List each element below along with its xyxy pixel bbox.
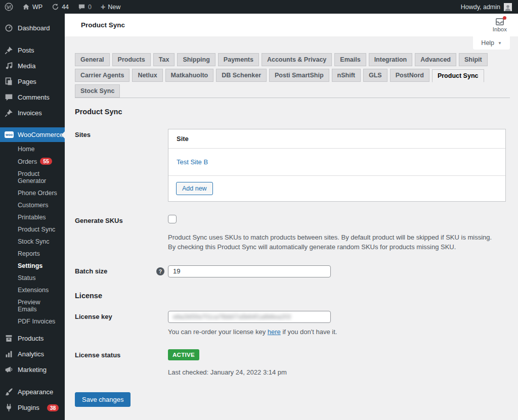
orders-count-badge: 55 (40, 158, 52, 165)
tab-general[interactable]: General (75, 53, 110, 66)
generate-skus-label: Generate SKUs (75, 215, 168, 252)
woocommerce-submenu: Home Orders55 Product Generator Phone Or… (0, 142, 65, 331)
sidebar-item-analytics[interactable]: Analytics (0, 346, 65, 362)
tab-gls[interactable]: GLS (363, 69, 387, 82)
help-tip-icon[interactable]: ? (156, 267, 164, 275)
sidebar-item-invoices[interactable]: Invoices (0, 105, 65, 121)
license-status-badge: ACTIVE (168, 349, 199, 360)
tab-matkahuolto[interactable]: Matkahuolto (165, 69, 214, 82)
batch-size-input[interactable] (168, 265, 331, 277)
sidebar-item-wc-preview-emails[interactable]: Preview Emails (0, 296, 65, 315)
sidebar-item-label: Posts (18, 46, 34, 54)
sidebar-item-pages[interactable]: Pages (0, 74, 65, 89)
license-section-title: License (75, 292, 510, 300)
activity-panel-inbox[interactable]: Inbox (493, 18, 507, 32)
tab-tax[interactable]: Tax (153, 53, 175, 66)
sidebar-item-plugins[interactable]: Plugins 38 (0, 400, 65, 415)
tab-product-sync[interactable]: Product Sync (432, 69, 484, 82)
tab-emails[interactable]: Emails (334, 53, 366, 66)
license-key-hint: You can re-order your license key here i… (168, 328, 498, 337)
sidebar-item-wc-extensions[interactable]: Extensions (0, 284, 65, 296)
site-link[interactable]: Test Site B (177, 158, 208, 166)
sites-table-header: Site (168, 129, 505, 149)
sidebar-item-media[interactable]: Media (0, 58, 65, 74)
megaphone-icon (5, 365, 13, 374)
sidebar-item-wc-product-generator[interactable]: Product Generator (0, 168, 65, 187)
reorder-license-link[interactable]: here (268, 328, 281, 336)
batch-size-label: Batch size (75, 265, 168, 277)
paintbrush-icon (5, 388, 13, 396)
sidebar-item-wc-printables[interactable]: Printables (0, 211, 65, 223)
tab-carrier-agents[interactable]: Carrier Agents (75, 69, 130, 82)
help-dropdown-button[interactable]: Help ▼ (473, 36, 510, 50)
tab-products[interactable]: Products (112, 53, 151, 66)
sidebar-item-wc-pdf-invoices[interactable]: PDF Invoices (0, 315, 65, 328)
comments-menu[interactable]: 0 (73, 0, 96, 14)
bar-chart-icon (5, 350, 13, 358)
tab-accounts-privacy[interactable]: Accounts & Privacy (262, 53, 332, 66)
wordpress-logo-icon (5, 3, 13, 11)
chevron-down-icon: ▼ (498, 41, 502, 45)
sidebar-item-dashboard[interactable]: Dashboard (0, 20, 65, 36)
sidebar-item-wc-settings[interactable]: Settings (0, 260, 65, 272)
media-icon (5, 62, 13, 70)
add-new-site-button[interactable]: Add new (176, 182, 213, 195)
sidebar-item-label: Pages (18, 78, 36, 85)
sidebar-item-snippets[interactable]: Snippets (0, 415, 65, 420)
license-key-input[interactable]: e8a2b55fa701ca76bb07a5b64f1a8b6ea203 (168, 311, 331, 323)
section-title: Product Sync (75, 108, 510, 116)
sidebar-item-wc-home[interactable]: Home (0, 143, 65, 155)
sidebar-item-wc-customers[interactable]: Customers (0, 199, 65, 211)
dashboard-icon (5, 24, 13, 32)
comment-bubble-icon (5, 93, 13, 102)
settings-tabs: General Products Tax Shipping Payments A… (75, 53, 510, 98)
sidebar-item-label: Comments (18, 94, 50, 101)
new-content-menu[interactable]: + New (96, 0, 125, 14)
sidebar-item-label: Analytics (18, 350, 44, 358)
tab-payments[interactable]: Payments (218, 53, 259, 66)
pushpin-icon (5, 109, 13, 117)
save-changes-button[interactable]: Save changes (75, 392, 131, 407)
table-row: Test Site B (168, 149, 505, 176)
howdy-text[interactable]: Howdy, admin (461, 4, 500, 11)
pushpin-icon (5, 46, 13, 55)
site-menu[interactable]: WP (18, 0, 47, 14)
admin-bar: WP 44 0 + New Howdy, admin (0, 0, 518, 14)
box-icon (5, 334, 13, 343)
license-status-label: License status (75, 349, 168, 376)
sidebar-item-label: Dashboard (18, 24, 50, 32)
plug-icon (5, 403, 13, 412)
sidebar-item-appearance[interactable]: Appearance (0, 384, 65, 400)
updates-menu[interactable]: 44 (47, 0, 73, 14)
sidebar-item-label: Marketing (18, 366, 47, 374)
generate-skus-checkbox[interactable] (168, 215, 177, 223)
wp-logo-menu[interactable] (0, 0, 18, 14)
sidebar-item-products[interactable]: Products (0, 331, 65, 346)
sidebar-item-wc-status[interactable]: Status (0, 272, 65, 284)
tab-shipit[interactable]: Shipit (459, 53, 488, 66)
sidebar-item-wc-reports[interactable]: Reports (0, 248, 65, 260)
sidebar-item-wc-product-sync[interactable]: Product Sync (0, 223, 65, 236)
tab-posti-smartship[interactable]: Posti SmartShip (269, 69, 329, 82)
updates-count: 44 (62, 4, 69, 11)
tab-nshift[interactable]: nShift (332, 69, 361, 82)
sidebar-item-label: Appearance (18, 388, 53, 396)
tab-postnord[interactable]: PostNord (390, 69, 429, 82)
tab-shipping[interactable]: Shipping (177, 53, 215, 66)
pages-icon (5, 77, 13, 86)
tab-stock-sync[interactable]: Stock Sync (75, 84, 120, 98)
sidebar-item-comments[interactable]: Comments (0, 89, 65, 105)
sidebar-item-woocommerce[interactable]: woo WooCommerce (0, 127, 65, 142)
tab-db-schenker[interactable]: DB Schenker (216, 69, 267, 82)
sidebar-item-posts[interactable]: Posts (0, 42, 65, 58)
tab-integration[interactable]: Integration (369, 53, 413, 66)
sidebar-item-wc-phone-orders[interactable]: Phone Orders (0, 187, 65, 199)
generate-skus-description: Product Sync uses SKUs to match products… (168, 233, 498, 252)
tab-netlux[interactable]: Netlux (132, 69, 162, 82)
tab-advanced[interactable]: Advanced (415, 53, 456, 66)
sidebar-item-wc-stock-sync[interactable]: Stock Sync (0, 236, 65, 248)
sidebar-item-wc-orders[interactable]: Orders55 (0, 155, 65, 168)
sidebar-item-marketing[interactable]: Marketing (0, 362, 65, 378)
help-label: Help (481, 39, 494, 46)
avatar[interactable] (504, 3, 512, 11)
